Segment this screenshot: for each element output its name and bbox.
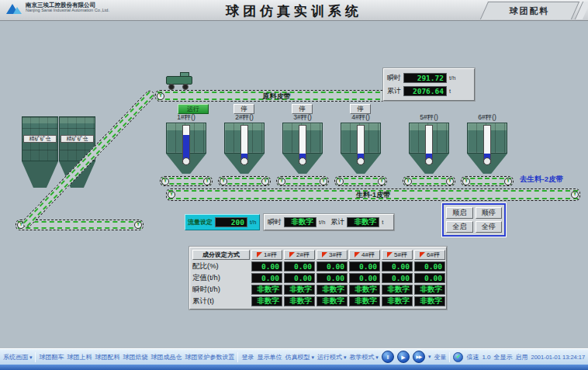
setvalue-cell[interactable]: 0.00 xyxy=(316,273,348,283)
table-header-scale6[interactable]: 6#秤 xyxy=(414,250,445,260)
pulley-icon xyxy=(446,178,454,185)
row-label-instant: 瞬时(t/h) xyxy=(192,285,250,295)
pulley-icon xyxy=(220,178,227,185)
table-header-scale3[interactable]: 3#秤 xyxy=(316,250,348,260)
composition-mode-button[interactable]: 成分设定方式 xyxy=(192,250,250,260)
pause-button[interactable]: Ⅱ xyxy=(382,351,394,363)
speed-dropdown-arrow[interactable]: ▾ xyxy=(428,354,431,360)
fast-forward-button[interactable]: ▶▶ xyxy=(413,351,425,363)
speed-label: 倍速 xyxy=(466,353,479,361)
nav-pellet-batching[interactable]: 球团配料 xyxy=(95,353,119,361)
toolbar-separator xyxy=(237,352,238,362)
setvalue-cell[interactable]: 0.00 xyxy=(414,273,445,283)
feeder-belt-3 xyxy=(276,176,329,186)
scada-app: 南京三埃工控股份有限公司 Nanjing Sanai Industrial Au… xyxy=(0,0,588,370)
weigh-hopper-3: 3#秤() xyxy=(282,113,323,183)
ratio-cell[interactable]: 0.00 xyxy=(382,261,413,271)
setvalue-cell[interactable]: 0.00 xyxy=(251,273,282,283)
pulley-icon xyxy=(504,178,512,185)
row-label-total: 累计(t) xyxy=(192,296,250,306)
ratio-cell[interactable]: 0.00 xyxy=(251,261,282,271)
feeder-belt-2 xyxy=(218,176,271,186)
flag-icon xyxy=(289,252,295,258)
instant-value-display: 291.72 xyxy=(403,73,447,83)
all-start-button[interactable]: 全启 xyxy=(446,221,473,233)
table-header-scale1[interactable]: 1#秤 xyxy=(251,250,282,260)
pulley-icon xyxy=(161,178,169,185)
nav-pellet-roasting[interactable]: 球团焙烧 xyxy=(123,353,147,361)
display-all-toggle[interactable]: 全显示 xyxy=(494,353,513,361)
bottom-toolbar: 系统画面 球团翻车 球团上料 球团配料 球团焙烧 球团成品仓 球团竖炉参数设置 … xyxy=(0,348,588,365)
table-header-scale4[interactable]: 4#秤 xyxy=(349,250,380,260)
speed-value: 1.0 xyxy=(482,354,490,361)
instant-cell: 非数字 xyxy=(382,285,413,295)
setvalue-cell[interactable]: 0.00 xyxy=(349,273,380,283)
datetime-display: 2001-01-01 13:24:17 xyxy=(531,354,586,361)
flag-icon xyxy=(355,252,360,258)
ratio-cell[interactable]: 0.00 xyxy=(349,261,380,271)
ratio-cell[interactable]: 0.00 xyxy=(414,261,445,271)
header: 南京三埃工控股份有限公司 Nanjing Sanai Industrial Au… xyxy=(0,0,588,21)
instant-cell: 非数字 xyxy=(349,285,380,295)
total-cell: 非数字 xyxy=(251,296,282,306)
nav-pellet-feeding[interactable]: 球团上料 xyxy=(67,353,92,361)
nav-pellet-product-silo[interactable]: 球团成品仓 xyxy=(150,353,182,361)
table-header-scale5[interactable]: 5#秤 xyxy=(382,250,413,260)
menu-system-screens[interactable]: 系统画面 xyxy=(3,353,32,361)
setpoint-value-field[interactable]: 200 xyxy=(215,217,247,227)
enable-toggle[interactable]: 启用 xyxy=(516,353,528,361)
speed-status-icon: ✔ xyxy=(453,352,463,362)
simulation-model-dropdown[interactable]: 仿真模型 xyxy=(285,353,313,361)
toolbar-separator xyxy=(449,352,450,362)
display-unit-button[interactable]: 显示单位 xyxy=(257,353,282,361)
scale-label: 5#秤() xyxy=(401,113,457,123)
sequence-start-button[interactable]: 顺启 xyxy=(446,207,473,219)
pulley-icon xyxy=(203,178,211,185)
instant-cell: 非数字 xyxy=(284,285,315,295)
flag-icon xyxy=(387,252,393,258)
total-cell: 非数字 xyxy=(349,296,380,306)
total-unit: t xyxy=(449,88,451,95)
tab-pellet-batching[interactable]: 球团配料 xyxy=(480,2,579,19)
instant-value-display: 非数字 xyxy=(284,217,316,227)
instant-label: 瞬时 xyxy=(387,73,401,83)
valve-icon xyxy=(357,157,365,165)
raw1-belt: 生料-1皮带 xyxy=(166,188,580,201)
pulley-icon xyxy=(278,178,285,185)
all-stop-button[interactable]: 全停 xyxy=(476,221,503,233)
teach-mode-dropdown[interactable]: 教学模式 xyxy=(349,353,378,361)
variable-button[interactable]: 变量 xyxy=(434,353,446,361)
pulley-icon xyxy=(320,178,327,185)
scale-label: 6#秤() xyxy=(459,113,515,123)
instant-cell: 非数字 xyxy=(251,285,282,295)
feeder-belt-1 xyxy=(160,176,213,186)
feeder-belt-5 xyxy=(403,176,455,186)
weigh-hopper-6: 6#秤() xyxy=(467,113,507,183)
setvalue-cell[interactable]: 0.00 xyxy=(382,273,413,283)
nav-pellet-furnace-params[interactable]: 球团竖炉参数设置 xyxy=(185,353,234,361)
raw1-flow-meter: 瞬时 非数字 t/h 累计 非数字 t xyxy=(264,214,394,230)
nav-pellet-dumper[interactable]: 球团翻车 xyxy=(39,353,64,361)
ratio-cell[interactable]: 0.00 xyxy=(316,261,348,271)
ratio-cell[interactable]: 0.00 xyxy=(284,261,315,271)
total-cell: 非数字 xyxy=(284,296,315,306)
play-button[interactable]: ▶ xyxy=(397,351,410,363)
batching-table: 成分设定方式 1#秤 2#秤 3#秤 4#秤 5#秤 6#秤 配比(%) 0.0… xyxy=(189,247,447,309)
flow-setpoint-panel: 流量设定 200 t/h xyxy=(185,214,260,230)
table-header-scale2[interactable]: 2#秤 xyxy=(284,250,315,260)
pulley-icon xyxy=(378,178,386,185)
belt-label: 原料皮带 xyxy=(156,92,397,102)
flag-icon xyxy=(420,252,425,258)
scale-label: 3#秤() xyxy=(275,113,330,123)
run-mode-dropdown[interactable]: 运行模式 xyxy=(317,353,346,361)
pulley-icon xyxy=(134,221,142,229)
sequence-stop-button[interactable]: 顺停 xyxy=(476,207,503,219)
instant-unit: t/h xyxy=(319,219,325,226)
weigh-hopper-1: 1#秤() xyxy=(166,113,206,183)
to-raw2-belt-label: 去生料-2皮带 xyxy=(520,175,563,185)
total-cell: 非数字 xyxy=(316,296,348,306)
setvalue-cell[interactable]: 0.00 xyxy=(284,273,315,283)
login-button[interactable]: 登录 xyxy=(241,353,254,361)
flag-icon xyxy=(322,252,327,258)
pulley-icon xyxy=(336,178,344,185)
